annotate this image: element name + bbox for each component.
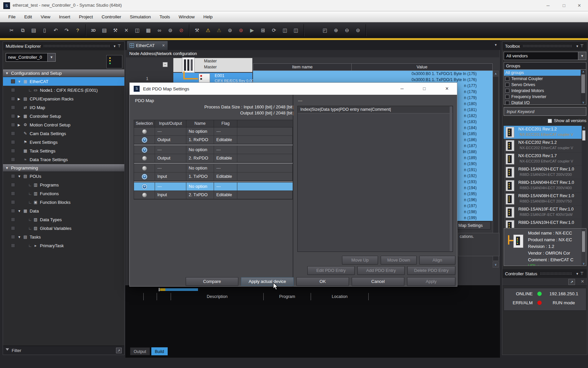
menu-item-controller[interactable]: Controller bbox=[97, 11, 126, 22]
pdo-cell-flag[interactable]: Editable bbox=[214, 154, 237, 162]
sidebar-item-functions[interactable]: ∟▥Functions bbox=[3, 189, 124, 198]
sidebar-item-primarytask[interactable]: ∟▸PrimaryTask bbox=[3, 241, 124, 250]
pdo-cell-flag[interactable]: --- bbox=[214, 182, 237, 191]
item-table-row-partial[interactable]: n (189) bbox=[457, 155, 493, 161]
item-table-row-partial[interactable]: n (182) bbox=[457, 113, 493, 119]
group-item-digital-i-o[interactable]: Digital I/O bbox=[504, 100, 581, 104]
group-item-frequency-inverter[interactable]: Frequency Inverter bbox=[504, 94, 581, 100]
item-table-scrollbar[interactable]: ∧ bbox=[493, 71, 499, 261]
scrollbar-thumb[interactable] bbox=[581, 74, 585, 93]
window-minimize-button[interactable]: ─ bbox=[541, 1, 555, 10]
pdo-cell-pdo[interactable]: No option bbox=[186, 146, 214, 154]
pdo-cell-pdo[interactable]: 1. TxPDO bbox=[186, 172, 214, 181]
compare-checkbox[interactable] bbox=[11, 157, 15, 161]
sidebar-item-ethercat[interactable]: ▼▦EtherCAT bbox=[3, 77, 124, 86]
device-item-r88d-1san02h-ect[interactable]: R88D-1SAN02H-ECT Rev:1.0R88D-1SAN02H-ECT… bbox=[504, 166, 582, 179]
find-icon[interactable]: ⊚ bbox=[227, 24, 233, 36]
compare-checkbox[interactable] bbox=[11, 183, 15, 187]
warning-dim-icon[interactable]: ⚠ bbox=[216, 24, 222, 36]
pdo-entry-scroll-strip[interactable] bbox=[450, 106, 452, 251]
zoom-fit-icon[interactable]: ⊜ bbox=[355, 24, 361, 36]
stop-icon[interactable]: ⊘ bbox=[178, 24, 184, 36]
pdo-cell-flag[interactable]: --- bbox=[214, 146, 237, 154]
pdo-radio-selected[interactable] bbox=[142, 174, 147, 179]
sidebar-item-data[interactable]: ▼▦Data bbox=[3, 207, 124, 215]
device-item-nx-ecc201[interactable]: NX-ECC201 Rev:1.2NX-ECC201 EtherCAT coup… bbox=[504, 126, 582, 139]
compare-checkbox[interactable] bbox=[11, 114, 15, 118]
compare-checkbox[interactable] bbox=[11, 218, 15, 222]
expand-icon[interactable]: ↗ bbox=[116, 348, 122, 353]
expander-icon[interactable]: ▼ bbox=[18, 209, 22, 213]
edit-pdo-map-settings-button-partial[interactable]: Map Settings bbox=[457, 222, 491, 230]
expander-icon[interactable]: ▼ bbox=[18, 235, 22, 239]
scroll-down-icon[interactable]: ∨ bbox=[581, 101, 586, 104]
pdo-radio-unselected[interactable] bbox=[142, 193, 147, 198]
pdo-radio-unselected[interactable] bbox=[142, 156, 147, 161]
menu-item-help[interactable]: Help bbox=[199, 11, 217, 22]
item-table-row-partial[interactable]: n (192) bbox=[457, 173, 493, 179]
align-button[interactable]: Align bbox=[419, 256, 455, 265]
expander-icon[interactable]: ▶ bbox=[18, 97, 22, 101]
item-table-row-partial[interactable]: n (184) bbox=[457, 125, 493, 131]
item-table-row-partial[interactable]: In (188) bbox=[457, 149, 493, 155]
menu-item-tools[interactable]: Tools bbox=[155, 11, 174, 22]
pdo-cell-io[interactable]: --- bbox=[155, 146, 186, 154]
expander-icon[interactable]: ▶ bbox=[18, 114, 22, 118]
compare-checkbox[interactable] bbox=[11, 226, 15, 230]
item-table-row-partial[interactable]: n (178) bbox=[457, 89, 493, 95]
open-icon[interactable]: ⊞ bbox=[260, 24, 266, 36]
collapse-node-button[interactable]: − bbox=[163, 62, 168, 67]
device-url-link[interactable]: URL : …………… bbox=[528, 263, 562, 266]
compare-checkbox[interactable] bbox=[11, 97, 15, 101]
chevron-down-icon[interactable]: ▼ bbox=[578, 52, 586, 60]
compare-checkbox[interactable] bbox=[11, 174, 15, 178]
scroll-up-icon[interactable]: ∧ bbox=[581, 70, 586, 73]
item-table-row-partial[interactable]: n (196) bbox=[457, 197, 493, 203]
item-table-row-partial[interactable]: n (198) bbox=[457, 209, 493, 215]
compare-checkbox[interactable] bbox=[11, 200, 15, 204]
compare-checkbox[interactable] bbox=[11, 140, 15, 144]
pdo-cell-pdo[interactable]: 2. TxPDO bbox=[186, 191, 214, 199]
compare-checkbox[interactable] bbox=[11, 123, 15, 127]
expander-icon[interactable]: ▼ bbox=[18, 174, 22, 178]
monitor-2-icon[interactable]: ◫ bbox=[293, 24, 299, 36]
sidebar-item-data-types[interactable]: ∟▧Data Types bbox=[3, 215, 124, 224]
sidebar-item-task-settings[interactable]: ▦Task Settings bbox=[3, 146, 124, 155]
compare-checkbox[interactable] bbox=[11, 88, 15, 92]
item-table-row-partial[interactable]: n (180) bbox=[457, 101, 493, 107]
help-icon[interactable]: ? bbox=[75, 24, 81, 36]
print-icon[interactable]: ▤ bbox=[101, 24, 107, 36]
pdo-cell-flag[interactable]: Editable bbox=[214, 172, 237, 181]
pdo-cell-io[interactable]: Output bbox=[155, 136, 186, 144]
close-icon[interactable]: ✕ bbox=[581, 279, 584, 284]
tree-section-configurations-and-setup[interactable]: ▼Configurations and Setup bbox=[3, 69, 124, 77]
build-icon[interactable]: ⚒ bbox=[112, 24, 118, 36]
compare-checkbox[interactable] bbox=[11, 235, 15, 239]
window-close-button[interactable]: ✕ bbox=[573, 1, 586, 10]
group-item-servo-drives[interactable]: Servo Drives bbox=[504, 82, 581, 88]
pdo-cell-pdo[interactable]: No option bbox=[186, 127, 214, 136]
watch-window-icon[interactable]: ◫ bbox=[134, 24, 140, 36]
device-item-r88d-1san10h-ect[interactable]: R88D-1SAN10H-ECT Rev:1.0 bbox=[504, 219, 582, 228]
pdo-radio-unselected[interactable] bbox=[142, 129, 147, 134]
scroll-up-icon[interactable]: ∧ bbox=[582, 126, 586, 129]
delete-pdo-entry-button[interactable]: Delete PDO Entry bbox=[407, 266, 455, 275]
scroll-down-icon[interactable]: ∨ bbox=[581, 262, 586, 265]
compare-checkbox[interactable] bbox=[11, 131, 15, 135]
item-table-row[interactable]: 0x3000:B1 1. TxPDO/1 Byte In (176) bbox=[253, 77, 493, 83]
item-table-row-partial[interactable]: In (185) bbox=[457, 131, 493, 137]
menu-item-window[interactable]: Window bbox=[174, 11, 199, 22]
device-item-nx-ecc203[interactable]: NX-ECC203 Rev:1.7NX-ECC203 EtherCAT coup… bbox=[504, 152, 582, 165]
compare-checkbox[interactable] bbox=[11, 244, 15, 248]
pdo-radio-selected[interactable] bbox=[142, 184, 147, 189]
sidebar-item-global-variables[interactable]: ∟▨Global Variables bbox=[3, 224, 124, 233]
compare-checkbox[interactable] bbox=[11, 149, 15, 153]
sidebar-item-cam-data-settings[interactable]: ✎Cam Data Settings bbox=[3, 129, 124, 138]
move-up-button[interactable]: Move Up bbox=[342, 256, 378, 265]
pdo-cell-pdo[interactable]: No option bbox=[186, 164, 214, 172]
pdo-cell-pdo[interactable]: 1. RxPDO bbox=[186, 136, 214, 144]
item-table-row-partial[interactable]: n (186) bbox=[457, 137, 493, 143]
item-table-row-partial[interactable]: n (177) bbox=[457, 83, 493, 89]
scroll-up-icon[interactable]: ∧ bbox=[493, 71, 498, 77]
sidebar-item-node1-cifx[interactable]: ∟▭Node1 : CIFX RE/ECS (E001) bbox=[3, 86, 124, 94]
